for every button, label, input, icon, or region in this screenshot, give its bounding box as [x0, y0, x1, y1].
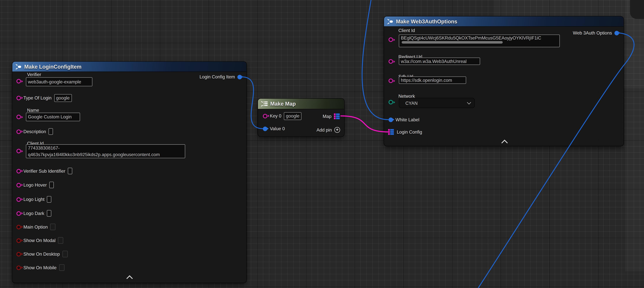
redirect-url-input[interactable]: w3a://com.w3a.Web3AuthUnreal [399, 58, 480, 65]
logo-light-pin[interactable] [16, 197, 21, 202]
node-title: Make Map [270, 101, 296, 107]
logo-dark-label: Logo Dark [24, 211, 44, 216]
node-make-loginconfigitem[interactable]: Make LoginConfigItem Login Config Item V… [12, 62, 246, 283]
make-struct-icon [387, 18, 394, 25]
name-input[interactable]: Google Custom Login [26, 113, 80, 121]
blueprint-graph-canvas[interactable]: Make LoginConfigItem Login Config Item V… [0, 0, 644, 288]
collapse-node-chevron-icon[interactable] [126, 275, 133, 282]
main-option-pin[interactable] [16, 225, 21, 229]
node-title: Make Web3AuthOptions [396, 18, 457, 25]
login-config-label: Login Config [397, 130, 422, 134]
sdk-url-input[interactable]: https://sdk.openlogin.com [399, 76, 466, 84]
verifier-sub-identifier-input[interactable] [68, 168, 72, 174]
show-on-desktop-checkbox[interactable] [62, 251, 68, 257]
web3auth-options-output-pin[interactable] [614, 31, 619, 35]
pin-row-login-config: Login Config [388, 128, 422, 136]
login-config-pin[interactable] [388, 129, 394, 135]
make-map-icon [261, 101, 268, 107]
client-id-pin[interactable] [388, 38, 393, 42]
node-header[interactable]: Make Map [258, 99, 344, 109]
pin-row-logo-hover: Logo Hover [16, 181, 54, 189]
main-option-checkbox[interactable] [50, 224, 56, 230]
show-on-modal-pin[interactable] [16, 238, 21, 243]
description-pin[interactable] [16, 129, 21, 134]
overlay-panel-corner [630, 0, 644, 19]
key0-input[interactable]: google [284, 112, 302, 120]
map-output-label: Map [322, 114, 331, 119]
show-on-desktop-label: Show On Desktop [24, 251, 60, 256]
verifier-input[interactable]: web3auth-google-example [26, 77, 92, 86]
add-pin-plus-icon[interactable] [334, 127, 340, 133]
logo-hover-pin[interactable] [16, 183, 21, 187]
white-label-pin[interactable] [388, 117, 393, 122]
pin-row-value0: Value 0 [263, 125, 285, 133]
type-of-login-label: Type Of Login [24, 95, 52, 100]
pin-row-verifier-sub-identifier: Verifier Sub Identifier [16, 167, 72, 175]
verifier-label: Verifier [27, 72, 41, 77]
show-on-modal-label: Show On Modal [24, 238, 56, 243]
client-id-pin[interactable] [16, 149, 21, 153]
pin-row-login-config-item-output: Login Config Item [200, 73, 242, 81]
show-on-modal-checkbox[interactable] [58, 237, 64, 244]
sdk-url-pin[interactable] [388, 78, 393, 83]
logo-dark-input[interactable] [47, 210, 51, 217]
pin-row-description: Description [16, 127, 53, 136]
logo-light-label: Logo Light [24, 197, 44, 202]
web3auth-options-output-label: Web 3Auth Options [573, 31, 612, 36]
network-dropdown[interactable]: CYAN [399, 98, 475, 108]
collapse-node-chevron-icon[interactable] [502, 140, 508, 146]
value0-pin[interactable] [263, 126, 268, 131]
show-on-mobile-label: Show On Mobile [24, 265, 56, 270]
type-of-login-input[interactable]: google [54, 94, 72, 102]
add-pin-button: Add pin [316, 126, 340, 134]
node-header[interactable]: Make LoginConfigItem [12, 62, 246, 72]
client-id-value: BEglQSgt4cUWcj6SKRdu5QkOXTsePmMcusG5EAoy… [401, 36, 541, 40]
name-label: Name [27, 108, 39, 113]
pin-row-type-of-login: Type Of Login google [16, 94, 72, 102]
logo-dark-pin[interactable] [16, 211, 21, 215]
pin-row-web3auth-options-output: Web 3Auth Options [573, 29, 619, 37]
node-make-web3authoptions[interactable]: Make Web3AuthOptions Web 3Auth Options C… [384, 17, 624, 146]
verifier-sub-identifier-pin[interactable] [16, 169, 21, 173]
pin-row-show-on-modal: Show On Modal [16, 236, 63, 244]
pin-row-map-output: Map [322, 112, 340, 120]
add-pin-label: Add pin [316, 127, 332, 132]
value0-label: Value 0 [270, 126, 285, 131]
network-selected-value: CYAN [405, 101, 418, 106]
logo-hover-input[interactable] [49, 182, 54, 188]
login-config-item-output-pin[interactable] [237, 75, 242, 79]
output-pin-label: Login Config Item [200, 74, 235, 79]
node-make-map[interactable]: Make Map Key 0 google Map Value 0 Add pi… [258, 99, 344, 136]
description-input[interactable] [48, 128, 53, 135]
network-pin[interactable] [388, 100, 393, 105]
verifier-pin[interactable] [16, 79, 21, 83]
node-header[interactable]: Make Web3AuthOptions [384, 17, 624, 27]
client-id-line2: q463s7kpvja16l4l0kko3nb925ikds2p.apps.go… [28, 151, 183, 158]
logo-light-input[interactable] [47, 196, 52, 203]
client-id-input[interactable]: 774338308167- q463s7kpvja16l4l0kko3nb925… [26, 144, 185, 158]
pin-row-show-on-desktop: Show On Desktop [16, 250, 68, 258]
name-pin[interactable] [16, 115, 21, 119]
show-on-mobile-checkbox[interactable] [59, 264, 64, 271]
key0-pin[interactable] [263, 114, 268, 118]
pin-row-main-option: Main Option [16, 223, 56, 231]
type-of-login-pin[interactable] [16, 96, 21, 100]
client-id-scrollbar[interactable] [402, 41, 503, 44]
client-id-label: Client Id [398, 28, 415, 33]
pin-row-logo-light: Logo Light [16, 195, 52, 203]
chevron-down-icon [467, 100, 471, 105]
wire-map-to-login-config[interactable] [341, 116, 388, 132]
client-id-input[interactable]: BEglQSgt4cUWcj6SKRdu5QkOXTsePmMcusG5EAoy… [399, 35, 560, 47]
verifier-sub-identifier-label: Verifier Sub Identifier [24, 169, 65, 174]
show-on-mobile-pin[interactable] [16, 265, 21, 270]
pin-row-white-label: White Label [388, 115, 420, 124]
show-on-desktop-pin[interactable] [16, 252, 21, 256]
pin-row-show-on-mobile: Show On Mobile [16, 263, 64, 271]
pin-row-logo-dark: Logo Dark [16, 209, 51, 217]
map-output-pin[interactable] [334, 113, 340, 119]
redirect-url-pin[interactable] [388, 59, 393, 64]
grid-highlight-region [625, 0, 644, 271]
pin-row-key0: Key 0 google [263, 112, 302, 120]
white-label-label: White Label [396, 117, 420, 122]
main-option-label: Main Option [24, 224, 48, 229]
